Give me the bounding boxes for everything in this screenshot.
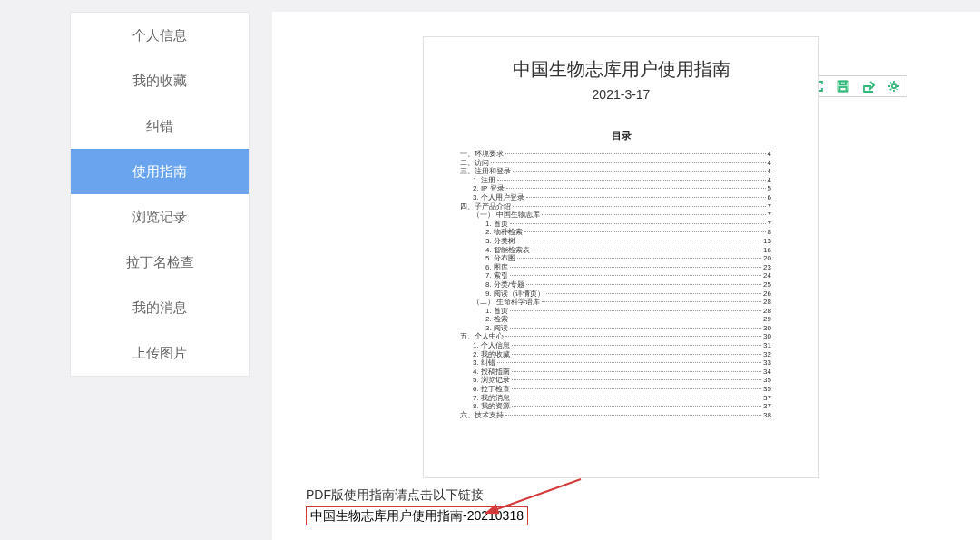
toc-page: 6 (768, 193, 771, 202)
toc-row: 2. 物种检索8 (485, 228, 771, 237)
toc-label: 5. 浏览记录 (473, 376, 510, 385)
toc-label: 3. 个人用户登录 (473, 193, 524, 202)
toc-dots (517, 258, 761, 259)
toc-row: 2. 检索29 (485, 315, 771, 324)
toc-label: 3. 分类树 (485, 237, 515, 246)
save-icon[interactable] (836, 79, 850, 93)
toc-label: 四、子产品介绍 (460, 202, 511, 211)
toc-page: 28 (763, 298, 771, 307)
doc-title: 中国生物志库用户使用指南 (424, 57, 818, 82)
toc-page: 20 (763, 254, 771, 263)
toc-label: （一） 中国生物志库 (473, 211, 540, 220)
toc-row: 5. 分布图20 (485, 254, 771, 263)
sidebar-item-0[interactable]: 个人信息 (71, 13, 249, 58)
toc-dots (526, 197, 766, 198)
svg-rect-5 (840, 87, 847, 92)
toc-page: 31 (763, 341, 771, 350)
toc-page: 23 (763, 263, 771, 272)
toc-row: 2. 我的收藏32 (473, 350, 771, 359)
toc-row: 1. 首页7 (485, 220, 771, 229)
toc-page: 32 (763, 350, 771, 359)
toc-page: 35 (763, 385, 771, 394)
toc-row: 7. 索引24 (485, 271, 771, 280)
toc-row: 四、子产品介绍7 (460, 202, 771, 211)
toc-page: 37 (763, 402, 771, 411)
download-link[interactable]: 中国生物志库用户使用指南-20210318 (306, 506, 528, 526)
toc-row: 二、访问4 (460, 159, 771, 168)
toc-page: 5 (768, 184, 771, 193)
toc-page: 4 (768, 176, 771, 185)
svg-point-6 (892, 84, 896, 88)
toc-page: 30 (763, 332, 771, 341)
toc-label: 六、技术支持 (460, 411, 504, 420)
toc-row: 8. 我的资源37 (473, 402, 771, 411)
toc-label: 2. 物种检索 (485, 228, 523, 237)
toc-page: 25 (763, 280, 771, 290)
toc-dots (546, 293, 761, 294)
svg-rect-4 (840, 82, 846, 85)
sidebar-item-7[interactable]: 上传图片 (71, 330, 249, 376)
toc-page: 13 (763, 237, 771, 246)
toc-dots (512, 354, 761, 355)
toc-dots (505, 415, 761, 416)
toc-dots (510, 319, 761, 319)
toc-page: 24 (763, 271, 771, 280)
toc-label: 1. 个人信息 (473, 341, 510, 350)
toc-dots (505, 153, 766, 154)
toc-dots (542, 214, 765, 215)
sidebar-item-6[interactable]: 我的消息 (71, 285, 249, 330)
toc-row: 3. 个人用户登录6 (473, 193, 771, 202)
toc-row: 6. 拉丁检查35 (473, 385, 771, 394)
toc-dots (512, 371, 761, 372)
sidebar-item-2[interactable]: 纠错 (71, 103, 249, 149)
toc-row: 3. 分类树13 (485, 237, 771, 246)
toc-dots (513, 206, 766, 207)
toc-row: 1. 注册4 (473, 176, 771, 185)
toc-page: 16 (763, 246, 771, 255)
toc-row: 6. 图库23 (485, 263, 771, 272)
toc-dots (510, 267, 761, 268)
toc-label: 5. 分布图 (485, 254, 515, 263)
toc-page: 34 (763, 368, 771, 377)
download-prompt: PDF版使用指南请点击以下链接 (306, 486, 528, 505)
share-icon[interactable] (861, 79, 876, 93)
toc-page: 28 (763, 307, 771, 316)
toc-label: 2. IP 登录 (473, 184, 505, 193)
toc-label: 6. 拉丁检查 (473, 385, 510, 394)
toc-page: 4 (768, 159, 771, 168)
toc-row: 4. 智能检索表16 (485, 246, 771, 255)
sidebar-item-1[interactable]: 我的收藏 (71, 58, 249, 103)
sidebar-item-5[interactable]: 拉丁名检查 (71, 240, 249, 285)
toc-row: 7. 我的消息37 (473, 394, 771, 403)
toc-row: （一） 中国生物志库7 (473, 211, 771, 220)
toc-row: 5. 浏览记录35 (473, 376, 771, 385)
toc-dots (526, 284, 761, 285)
toc-page: 4 (768, 167, 771, 176)
toc-label: （二） 生命科学语库 (473, 298, 540, 307)
toc-page: 7 (768, 211, 771, 220)
toc-label: 7. 索引 (485, 271, 508, 280)
toc-dots (532, 250, 761, 250)
sidebar-item-4[interactable]: 浏览记录 (71, 194, 249, 240)
toc-label: 2. 检索 (485, 315, 508, 324)
toc-label: 9. 阅读（详情页） (485, 290, 544, 299)
toc-page: 7 (768, 202, 771, 211)
toc-dots (505, 336, 761, 337)
toc-row: 4. 投稿指南34 (473, 368, 771, 377)
toc-dots (491, 162, 766, 163)
sidebar-item-3[interactable]: 使用指南 (71, 149, 249, 194)
toc-dots (542, 301, 761, 302)
toc-page: 35 (763, 376, 771, 385)
toc-row: 三、注册和登录4 (460, 167, 771, 176)
toc-dots (512, 345, 761, 346)
toc-label: 一、环境要求 (460, 150, 504, 159)
toc-row: 3. 阅读30 (485, 324, 771, 333)
toc-dots (497, 362, 761, 363)
toc-row: 一、环境要求4 (460, 150, 771, 159)
toc-dots (506, 188, 766, 189)
toc-label: 4. 投稿指南 (473, 368, 510, 377)
toc-row: 3. 纠错33 (473, 358, 771, 368)
toc-page: 7 (768, 220, 771, 229)
settings-icon[interactable] (887, 79, 901, 93)
toc-row: 五、个人中心30 (460, 332, 771, 341)
